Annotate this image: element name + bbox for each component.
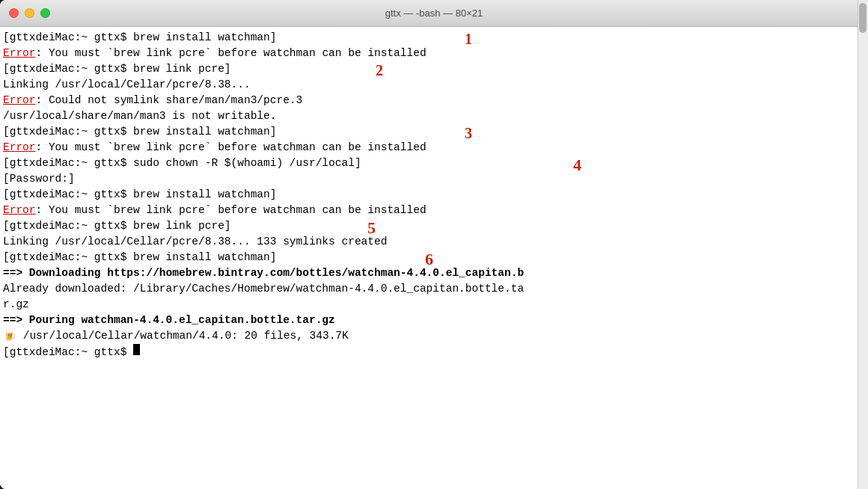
bracket: ] <box>270 187 277 203</box>
bracket: ] <box>270 124 277 140</box>
step-3: 3 <box>465 123 472 144</box>
line-text: : You must `brew link pcre` before watch… <box>36 140 427 156</box>
terminal-line: Error: You must `brew link pcre` before … <box>3 46 855 61</box>
terminal-line: ==> Pouring watchman-4.4.0.el_capitan.bo… <box>3 313 855 328</box>
beer-icon: 🍺 <box>3 328 16 344</box>
terminal-line: Linking /usr/local/Cellar/pcre/8.38... <box>3 77 855 93</box>
bracket: ] <box>224 61 231 77</box>
line-text: [gttxdeiMac:~ gttx$ sudo chown -R $(whoa… <box>3 156 355 171</box>
line-text: Linking /usr/local/Cellar/pcre/8.38... <box>3 77 251 93</box>
line-text: [gttxdeiMac:~ gttx$ brew install watchma… <box>3 30 270 46</box>
bracket: ] <box>224 218 231 234</box>
error-label: Error <box>3 46 36 61</box>
terminal-line: [gttxdeiMac:~ gttx$ sudo chown -R $(whoa… <box>3 156 855 171</box>
line-text: [Password: <box>3 171 68 187</box>
maximize-button[interactable] <box>40 8 50 18</box>
cursor <box>133 344 140 355</box>
line-text: : You must `brew link pcre` before watch… <box>36 46 427 61</box>
line-text: ==> Downloading https://homebrew.bintray… <box>3 265 524 281</box>
terminal-line: [Password: ] <box>3 171 855 187</box>
error-label: Error <box>3 203 36 218</box>
bracket: ] <box>270 30 277 46</box>
terminal-body[interactable]: [gttxdeiMac:~ gttx$ brew install watchma… <box>0 27 868 489</box>
line-text: [gttxdeiMac:~ gttx$ brew link pcre <box>3 218 224 234</box>
line-text: /usr/local/Cellar/watchman/4.4.0: 20 fil… <box>16 328 349 344</box>
error-label: Error <box>3 140 36 156</box>
terminal-line: Error: You must `brew link pcre` before … <box>3 203 855 218</box>
close-button[interactable] <box>9 8 19 18</box>
terminal-line: Error: Could not symlink share/man/man3/… <box>3 93 855 108</box>
step-5: 5 <box>367 216 376 240</box>
line-text: [gttxdeiMac:~ gttx$ brew link pcre <box>3 61 224 77</box>
terminal-line: Error: You must `brew link pcre` before … <box>3 140 855 156</box>
step-4: 4 <box>573 153 581 177</box>
line-text: [gttxdeiMac:~ gttx$ brew install watchma… <box>3 124 270 140</box>
terminal-line: [gttxdeiMac:~ gttx$ brew link pcre 5 ] <box>3 218 855 234</box>
terminal-line: [gttxdeiMac:~ gttx$ brew install watchma… <box>3 250 855 265</box>
bracket: ] <box>270 250 277 265</box>
bracket: ] <box>68 171 75 187</box>
terminal-line: [gttxdeiMac:~ gttx$ brew link pcre 2 ] <box>3 61 855 77</box>
bracket: ] <box>355 156 361 171</box>
terminal-line: [gttxdeiMac:~ gttx$ brew install watchma… <box>3 30 855 46</box>
terminal-line: r.gz <box>3 297 855 313</box>
line-text: : Could not symlink share/man/man3/pcre.… <box>36 93 303 108</box>
step-2: 2 <box>376 60 383 82</box>
scrollbar[interactable] <box>858 27 868 489</box>
line-text: Linking /usr/local/Cellar/pcre/8.38... 1… <box>3 234 387 250</box>
line-text: [gttxdeiMac:~ gttx$ brew install watchma… <box>3 187 270 203</box>
terminal-line: /usr/local/share/man/man3 is not writabl… <box>3 108 855 124</box>
line-text: Already downloaded: /Library/Caches/Home… <box>3 281 524 297</box>
line-text: ==> Pouring watchman-4.4.0.el_capitan.bo… <box>3 313 335 328</box>
line-text: [gttxdeiMac:~ gttx$ <box>3 345 133 360</box>
line-text: /usr/local/share/man/man3 is not writabl… <box>3 108 276 124</box>
terminal-line: [gttxdeiMac:~ gttx$ brew install watchma… <box>3 187 855 203</box>
terminal-line: Already downloaded: /Library/Caches/Home… <box>3 281 855 297</box>
window-title: gttx — -bash — 80×21 <box>385 7 483 19</box>
title-bar: gttx — -bash — 80×21 <box>0 0 868 27</box>
line-text: r.gz <box>3 297 29 313</box>
scrollbar-thumb[interactable] <box>859 27 867 33</box>
minimize-button[interactable] <box>25 8 34 18</box>
error-label: Error <box>3 93 36 108</box>
terminal-line: [gttxdeiMac:~ gttx$ <box>3 344 855 360</box>
step-6: 6 <box>425 247 433 271</box>
line-text: [gttxdeiMac:~ gttx$ brew install watchma… <box>3 250 270 265</box>
traffic-lights <box>9 8 50 18</box>
terminal-line: 🍺 /usr/local/Cellar/watchman/4.4.0: 20 f… <box>3 328 855 344</box>
terminal-window: gttx — -bash — 80×21 [gttxdeiMac:~ gttx$… <box>0 0 868 489</box>
terminal-line: [gttxdeiMac:~ gttx$ brew install watchma… <box>3 124 855 140</box>
step-1: 1 <box>465 28 472 50</box>
terminal-content: [gttxdeiMac:~ gttx$ brew install watchma… <box>3 30 855 360</box>
